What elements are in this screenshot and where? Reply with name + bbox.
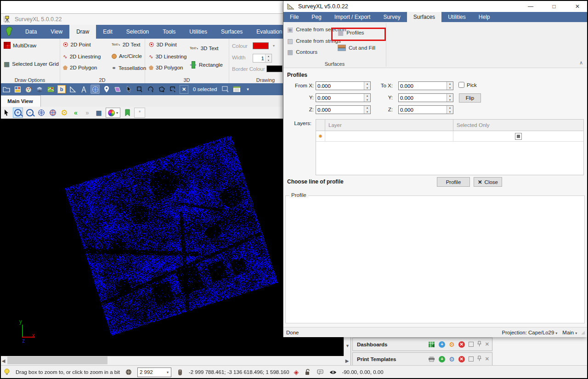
- scale-combo[interactable]: 2 992 ▾: [137, 368, 171, 377]
- flip-button[interactable]: Flip: [459, 93, 481, 103]
- clear-selection-button[interactable]: ✕: [180, 85, 188, 94]
- bookmark-button[interactable]: [123, 108, 132, 117]
- projection-selector[interactable]: Projection: Cape/Lo29▾: [502, 330, 559, 335]
- spinner-buttons[interactable]: ▲▼: [447, 94, 453, 102]
- arc-circle-button[interactable]: Arc/Circle: [112, 53, 142, 59]
- profile-button[interactable]: Profile: [437, 177, 470, 187]
- from-z-value[interactable]: [316, 107, 364, 113]
- select-polygon-button[interactable]: [158, 85, 166, 93]
- map-button[interactable]: [46, 85, 55, 93]
- scrollbar-thumb[interactable]: [7, 356, 107, 364]
- menu-surfaces[interactable]: Surfaces: [407, 12, 441, 22]
- tab-utilities[interactable]: Utilities: [182, 25, 214, 39]
- to-z-input[interactable]: ▲▼: [398, 105, 453, 114]
- printer-icon[interactable]: [428, 356, 435, 362]
- 2d-linestring-button[interactable]: ∿2D Linestring: [63, 53, 101, 60]
- select-remove-button[interactable]: [147, 85, 155, 93]
- 2d-point-button[interactable]: ⦿2D Point: [63, 42, 91, 47]
- selected-only-column-header[interactable]: Selected Only: [453, 120, 583, 131]
- pointer-tool-button[interactable]: [1, 108, 11, 117]
- b-tool-button[interactable]: b: [57, 85, 66, 93]
- cut-and-fill-button[interactable]: Cut and Fill: [338, 45, 375, 51]
- scroll-down-button[interactable]: ▼: [344, 342, 351, 349]
- contours-button[interactable]: ▩Contours: [287, 49, 317, 55]
- menu-import-export[interactable]: Import / Export: [328, 12, 377, 22]
- zoom-out-tool-button[interactable]: −: [25, 108, 34, 117]
- pick-checkbox-row[interactable]: Pick: [458, 82, 477, 88]
- tab-data[interactable]: Data: [18, 25, 44, 39]
- selected-layer-grid-button[interactable]: ▦ Selected Layer Grid: [4, 61, 59, 67]
- app-menu-button[interactable]: [0, 25, 18, 39]
- set-square-button[interactable]: [68, 85, 77, 93]
- to-x-input[interactable]: ▲▼: [398, 81, 453, 90]
- spinner-buttons[interactable]: ▲▼: [265, 54, 271, 62]
- 3d-polygon-button[interactable]: 3D Polygon: [149, 65, 183, 70]
- pick-checkbox[interactable]: [458, 82, 464, 88]
- menu-help[interactable]: Help: [472, 12, 497, 22]
- tessellation-button[interactable]: ⚭Tessellation: [112, 65, 146, 71]
- to-x-value[interactable]: [399, 83, 447, 89]
- close-profile-button[interactable]: ✕Close: [474, 177, 502, 187]
- view-selector[interactable]: Main▾: [562, 330, 578, 335]
- dashboard-delete-button[interactable]: ✕: [458, 341, 465, 348]
- comment-icon[interactable]: [316, 368, 324, 376]
- from-y-value[interactable]: [316, 95, 364, 101]
- selected-only-cell[interactable]: [453, 131, 583, 142]
- toolbar-overflow-button[interactable]: ▾: [243, 85, 252, 93]
- menu-file[interactable]: File: [283, 12, 305, 22]
- previous-view-button[interactable]: «: [71, 108, 80, 117]
- rectangle-button[interactable]: ◂▸Rectangle: [190, 61, 223, 69]
- new-view-tab[interactable]: *: [134, 108, 145, 118]
- dashboards-panel-header[interactable]: Dashboards + ⚙ ✕ ✕: [352, 338, 492, 351]
- multidraw-button[interactable]: MultiDraw: [4, 42, 36, 49]
- to-z-value[interactable]: [399, 107, 447, 113]
- collapse-ribbon-button[interactable]: ∧: [579, 60, 583, 66]
- area-select-button[interactable]: [113, 85, 122, 93]
- from-x-value[interactable]: [316, 83, 364, 89]
- next-view-button[interactable]: »: [83, 108, 92, 117]
- add-template-button[interactable]: +: [439, 356, 445, 362]
- template-maximize-button[interactable]: [469, 356, 474, 362]
- select-cursor-button[interactable]: [124, 85, 133, 93]
- zoom-extents-button[interactable]: [37, 108, 46, 117]
- palette-button[interactable]: [24, 85, 33, 93]
- spinner-buttons[interactable]: ▲▼: [447, 106, 453, 114]
- spinner-buttons[interactable]: ▲▼: [447, 82, 453, 90]
- zoom-in-tool-button[interactable]: +: [13, 108, 23, 118]
- scroll-left-button[interactable]: ◀: [0, 356, 7, 365]
- tab-view[interactable]: View: [44, 25, 69, 39]
- to-y-input[interactable]: ▲▼: [398, 93, 453, 102]
- tab-tools[interactable]: Tools: [156, 25, 182, 39]
- dashboard-maximize-button[interactable]: [469, 342, 474, 347]
- open-file-button[interactable]: [2, 85, 11, 93]
- print-templates-panel-header[interactable]: Print Templates + ⚙ ✕ ✕: [352, 352, 492, 366]
- select-add-button[interactable]: [136, 85, 144, 93]
- tab-selection[interactable]: Selection: [119, 25, 156, 39]
- template-pin-button[interactable]: [477, 356, 481, 363]
- menu-utilities[interactable]: Utilities: [441, 12, 472, 22]
- horizontal-scrollbar[interactable]: ◀ ▶: [0, 356, 351, 365]
- 2d-text-button[interactable]: Text↘2D Text: [112, 42, 140, 47]
- layer-column-header[interactable]: Layer: [325, 120, 453, 131]
- layers-table[interactable]: Layer Selected Only ✸: [316, 119, 584, 175]
- tab-surfaces[interactable]: Surfaces: [214, 25, 249, 39]
- resize-grip[interactable]: ◢: [581, 330, 585, 335]
- template-delete-button[interactable]: ✕: [458, 356, 465, 362]
- dashboard-close-button[interactable]: ✕: [485, 341, 489, 347]
- colour-picker[interactable]: ▾: [253, 42, 277, 49]
- selection-list-button[interactable]: [232, 85, 241, 93]
- maximize-button[interactable]: □: [544, 1, 564, 12]
- dashboard-settings-button[interactable]: ⚙: [449, 341, 455, 348]
- dashboard-grid-icon[interactable]: [428, 341, 435, 348]
- layer-cell[interactable]: [325, 131, 453, 142]
- select-rect-button[interactable]: [169, 85, 177, 93]
- minimize-button[interactable]: —: [520, 1, 541, 12]
- tab-edit[interactable]: Edit: [96, 25, 119, 39]
- 3d-text-button[interactable]: Text↘3D Text: [190, 46, 218, 51]
- to-y-value[interactable]: [399, 95, 447, 101]
- tab-main-view[interactable]: Main View: [0, 95, 41, 107]
- unlock-icon[interactable]: [303, 368, 311, 376]
- layers-button[interactable]: [35, 85, 44, 93]
- grid-toggle-button[interactable]: ▦: [94, 108, 103, 117]
- template-close-button[interactable]: ✕: [485, 356, 489, 362]
